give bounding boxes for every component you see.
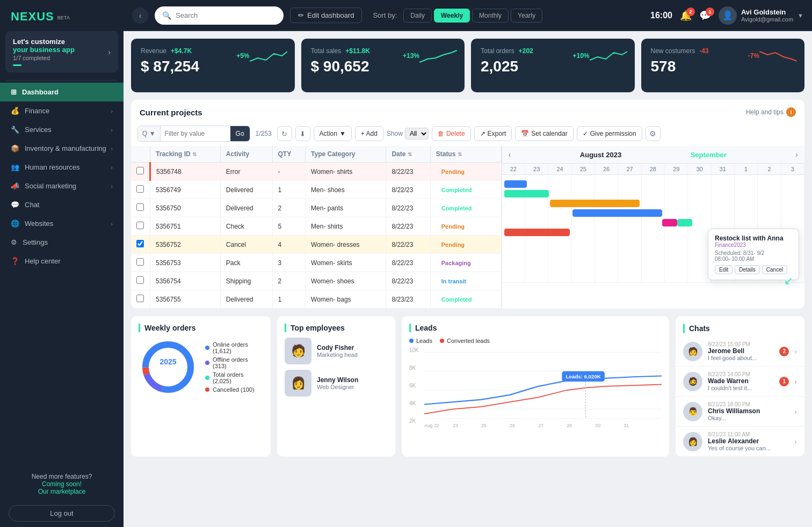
calendar-header: ‹ August 2023 September › (502, 146, 804, 164)
websites-icon: 🌐 (11, 219, 19, 228)
row-checkbox[interactable] (136, 203, 144, 211)
row-checkbox[interactable] (136, 258, 144, 266)
table-settings-button[interactable]: ⚙ (646, 126, 661, 141)
sidebar-item-services[interactable]: 🔧 Services › (0, 120, 124, 139)
delete-button[interactable]: 🗑 Delete (432, 126, 471, 141)
cal-day-1: 1 (735, 164, 758, 174)
sort-by-label: Sort by: (373, 11, 397, 19)
sort-yearly[interactable]: Yearly (511, 9, 542, 23)
export-button[interactable]: ↗ Export (474, 126, 512, 141)
svg-text:25: 25 (481, 423, 487, 428)
permission-button[interactable]: ✓ Give permission (577, 126, 642, 141)
coming-soon-link[interactable]: Coming soon! (9, 480, 115, 488)
add-button[interactable]: + Add (355, 126, 383, 141)
sort-daily[interactable]: Daily (403, 9, 432, 23)
sidebar-item-help[interactable]: ❓ Help center (0, 252, 124, 270)
edit-dashboard-button[interactable]: ✏ Edit dashboard (290, 8, 362, 23)
cal-next-button[interactable]: › (795, 150, 798, 159)
sidebar-item-finance[interactable]: 💰 Finance › (0, 101, 124, 120)
sort-buttons: Daily Weekly Monthly Yearly (403, 9, 542, 23)
row-checkbox[interactable] (136, 222, 144, 229)
kpi-revenue-pct: +5% (236, 52, 249, 60)
action-label: Action (320, 130, 337, 137)
project-table: Tracking ID ⇅ Activity QTY Type Category… (131, 146, 502, 309)
th-date[interactable]: Date ⇅ (386, 146, 430, 163)
chat-item-chris[interactable]: 👨 8/21/23 18:00 PM Chris Williamson Okay… (676, 397, 804, 427)
legend-offline: Offline orders (313) (205, 356, 263, 369)
notification-button[interactable]: 🔔 2 (680, 10, 692, 21)
row-checkbox[interactable] (136, 240, 144, 247)
th-status[interactable]: Status ⇅ (430, 146, 501, 163)
leads-label: Leads (416, 338, 432, 344)
row-checkbox[interactable] (136, 185, 144, 193)
sidebar-item-settings[interactable]: ⚙ Settings (0, 233, 124, 252)
y-axis: 10K8K6K4K2K (409, 347, 424, 424)
download-button[interactable]: ⬇ (295, 126, 310, 141)
filter-input[interactable] (161, 130, 230, 137)
sidebar-item-dashboard[interactable]: ⊞ Dashboard (0, 83, 124, 101)
tooltip-edit-button[interactable]: Edit (715, 265, 733, 274)
sidebar-item-websites[interactable]: 🌐 Websites › (0, 214, 124, 233)
cursor-icon: ↙ (784, 274, 793, 287)
search-box[interactable]: 🔍 (155, 6, 284, 25)
th-activity[interactable]: Activity (220, 146, 272, 163)
help-tips-button[interactable]: Help and tips i (746, 107, 796, 117)
calendar-days-header: 22 23 24 25 26 27 28 29 30 31 1 2 3 (502, 164, 804, 175)
set-calendar-button[interactable]: 📅 Set calendar (515, 126, 573, 141)
tooltip-details-button[interactable]: Details (735, 265, 760, 274)
th-qty[interactable]: QTY (272, 146, 306, 163)
cal-next-month[interactable]: September (691, 151, 727, 159)
chat-item-leslie[interactable]: 👩 8/21/23 11:00 AM Leslie Alexander Yes … (676, 427, 804, 457)
marketplace-link[interactable]: Our marketplace (9, 488, 115, 495)
chat-item-wade[interactable]: 🧔 8/22/23 14:00 PM Wade Warren I couldn'… (676, 367, 804, 397)
customize-subtitle: your business app (13, 46, 75, 54)
tooltip-cancel-button[interactable]: Cancel (762, 265, 787, 274)
total-label: Total orders (2,025) (213, 371, 263, 384)
cal-prev-button[interactable]: ‹ (509, 150, 511, 159)
offline-dot (205, 361, 209, 365)
sidebar-nav: ⊞ Dashboard 💰 Finance › 🔧 Services › 📦 I… (0, 83, 124, 467)
filter-query-button[interactable]: Q ▼ (138, 126, 161, 141)
sidebar-item-inventory[interactable]: 📦 Inventory & manufacturing › (0, 139, 124, 158)
back-button[interactable]: ‹ (132, 8, 148, 24)
chat-item-jerome[interactable]: 🧑 8/22/23 15:00 PM Jerome Bell I feel go… (676, 336, 804, 367)
sidebar-label-hr: Human resources (25, 163, 80, 171)
sidebar-item-chat[interactable]: 💬 Chat (0, 195, 124, 214)
chat-arrow-icon: › (794, 407, 797, 416)
cal-day-24: 24 (548, 164, 571, 174)
user-profile[interactable]: 👤 Avi Goldstein Avigold@gmail.com ▼ (719, 6, 803, 25)
main-content: ‹ 🔍 ✏ Edit dashboard Sort by: Daily Week… (124, 0, 812, 527)
action-button[interactable]: Action ▼ (314, 126, 352, 141)
chat-arrow-icon: › (794, 377, 797, 386)
kpi-customers-change: -43 (699, 47, 708, 55)
logout-button[interactable]: Log out (9, 505, 115, 522)
row-checkbox[interactable] (136, 276, 144, 284)
messages-button[interactable]: 💬 1 (699, 10, 711, 21)
sidebar-item-hr[interactable]: 👥 Human resources › (0, 158, 124, 177)
svg-text:30: 30 (595, 423, 600, 428)
th-type[interactable]: Type Category (306, 146, 386, 163)
table-row: 5356752 Cancel 4 Women- dresses 8/22/23 … (131, 236, 501, 254)
search-input[interactable] (176, 11, 276, 19)
customize-banner[interactable]: Let's customize your business app 1/7 co… (5, 31, 118, 72)
sort-weekly[interactable]: Weekly (434, 9, 470, 23)
go-button[interactable]: Go (230, 126, 250, 142)
row-checkbox[interactable] (136, 295, 144, 302)
chat-time-jerome: 8/22/23 15:00 PM (708, 341, 774, 347)
data-table: Tracking ID ⇅ Activity QTY Type Category… (131, 146, 502, 309)
chat-avatar-chris: 👨 (683, 402, 702, 421)
sort-monthly[interactable]: Monthly (472, 9, 509, 23)
sidebar-label-help: Help center (25, 257, 60, 265)
row-checkbox[interactable] (136, 167, 144, 174)
refresh-button[interactable]: ↻ (277, 126, 292, 141)
sidebar-item-social[interactable]: 📣 Social marketing › (0, 177, 124, 195)
customize-progress: 1/7 completed (13, 55, 75, 61)
kpi-customers-pct: -7% (748, 52, 759, 60)
show-select[interactable]: All (405, 128, 429, 140)
th-tracking-id[interactable]: Tracking ID ⇅ (150, 146, 221, 163)
chat-preview-wade: I couldn't test it... (708, 385, 774, 391)
employee-avatar-cody: 🧑 (285, 338, 311, 364)
weekly-orders-title: Weekly orders (139, 324, 263, 332)
table-toolbar: Q ▼ Go 1/253 ↻ ⬇ Action ▼ + Add Show All… (131, 122, 804, 146)
chat-time-chris: 8/21/23 18:00 PM (708, 401, 789, 407)
